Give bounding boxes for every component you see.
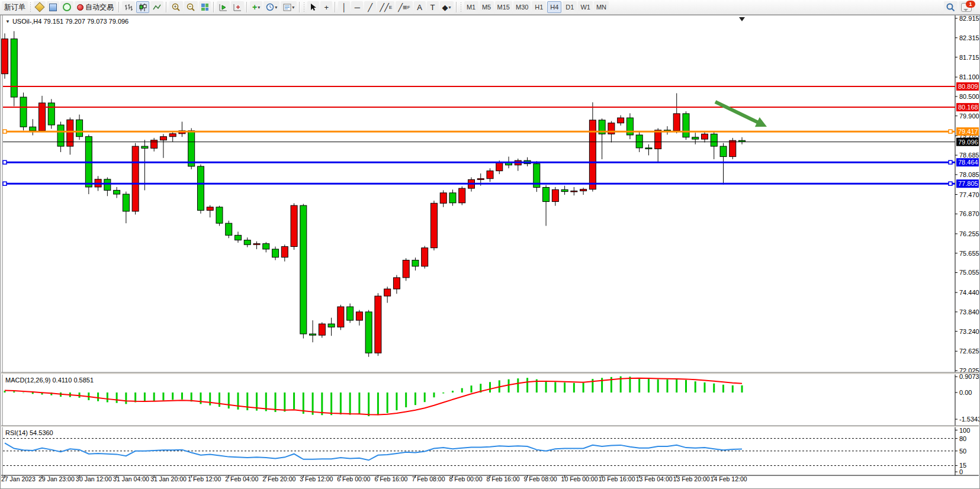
cursor-tool-button[interactable] <box>307 1 319 13</box>
chevron-down-icon: ▾ <box>292 5 294 10</box>
market-watch-button[interactable] <box>34 1 46 13</box>
candle-body <box>430 203 437 247</box>
candle-body <box>272 249 279 258</box>
candle-body <box>673 114 680 131</box>
macd-indicator-label: MACD(12,26,9) 0.4110 0.5851 <box>5 377 94 384</box>
symbol-title-text: USOil-,H4 79.151 79.207 79.073 79.096 <box>12 18 128 25</box>
candle-body <box>169 134 176 137</box>
tile-windows-button[interactable] <box>199 1 211 13</box>
line-chart-button[interactable] <box>150 1 163 13</box>
autotrading-button[interactable]: 自动交易 <box>75 1 116 13</box>
toolbar-separator <box>246 2 248 12</box>
price-badge-label: 78.464 <box>958 159 978 166</box>
line-handle[interactable] <box>949 130 952 133</box>
candle-body <box>552 189 558 201</box>
candle-body <box>487 171 493 179</box>
candle-body <box>356 312 362 320</box>
timeframe-h4-button[interactable]: H4 <box>547 1 561 13</box>
channel-tool-button[interactable]: ╱╱ E <box>377 1 394 13</box>
candle-body <box>291 205 297 246</box>
strategy-tester-button[interactable] <box>217 1 230 13</box>
candlestick-chart-button[interactable] <box>136 1 149 13</box>
timeframe-h1-button[interactable]: H1 <box>532 1 546 13</box>
cursor-icon <box>310 3 317 11</box>
symbol-dropdown-icon[interactable]: ▼ <box>5 19 10 24</box>
candle-body <box>403 260 409 278</box>
crosshair-tool-button[interactable]: + <box>320 1 332 13</box>
candle-body <box>375 296 381 353</box>
toolbar-grip <box>460 2 462 12</box>
candle-body <box>365 312 372 353</box>
price-badge-label: 77.805 <box>958 180 978 187</box>
autotrading-icon <box>77 4 83 11</box>
line-handle[interactable] <box>949 160 952 164</box>
zoom-out-button[interactable] <box>184 1 198 13</box>
candle-body <box>477 179 484 180</box>
time-tick-label: 6 Feb 00:00 <box>337 475 370 482</box>
timeframe-d1-button[interactable]: D1 <box>563 1 577 13</box>
timeframe-mn-button[interactable]: MN <box>594 1 609 13</box>
symbol-title[interactable]: ▼USOil-,H4 79.151 79.207 79.073 79.096 <box>5 18 128 25</box>
horizontal-line-tool-button[interactable]: ─ <box>351 1 363 13</box>
timeframe-m5-button[interactable]: M5 <box>480 1 494 13</box>
time-tick-label: 29 Jan 23:00 <box>38 475 75 482</box>
bar-chart-button[interactable] <box>122 1 135 13</box>
price-tick-label: 75.655 <box>959 250 979 257</box>
line-handle[interactable] <box>3 160 7 164</box>
candle-body <box>132 146 139 211</box>
label-tool-button[interactable]: T <box>427 1 439 13</box>
horizontal-line-icon: ─ <box>355 3 360 12</box>
template-icon <box>283 4 291 11</box>
price-tick-label: 79.900 <box>959 112 979 120</box>
text-tool-icon: A <box>417 3 422 12</box>
line-handle[interactable] <box>3 130 7 133</box>
zoom-out-icon <box>187 3 195 11</box>
shapes-tool-button[interactable]: ◆ ▾ <box>440 1 454 13</box>
search-button[interactable] <box>944 1 957 13</box>
fibonacci-tool-button[interactable]: ╱≡ F <box>396 1 412 13</box>
zoom-in-button[interactable] <box>169 1 183 13</box>
line-handle[interactable] <box>949 182 952 185</box>
indicators-button[interactable]: + ▾ <box>250 1 262 13</box>
time-tick-label: 10 Feb 00:00 <box>561 475 598 482</box>
navigator-button[interactable] <box>60 1 73 13</box>
navigator-icon <box>63 3 71 11</box>
timeframe-m15-button[interactable]: M15 <box>495 1 512 13</box>
notifications-button[interactable]: 1 <box>959 1 974 13</box>
candlestick-chart-icon <box>139 4 147 11</box>
main-toolbar: 新订单 自动交易 <box>0 0 980 15</box>
market-watch-icon <box>35 2 45 12</box>
candle-body <box>711 134 717 146</box>
trendline-icon: ╱ <box>368 3 372 12</box>
candle-body <box>207 207 213 210</box>
shapes-icon: ◆ <box>442 3 448 12</box>
periods-button[interactable]: ▾ <box>264 1 279 13</box>
chevron-down-icon: ▾ <box>275 5 277 10</box>
vertical-line-tool-button[interactable]: │ <box>338 1 350 13</box>
data-window-button[interactable] <box>47 1 59 13</box>
bar-chart-icon <box>124 4 133 11</box>
price-tick-label: 76.870 <box>959 210 979 217</box>
line-handle[interactable] <box>3 182 7 185</box>
timeframe-w1-button[interactable]: W1 <box>578 1 593 13</box>
candle-body <box>626 118 633 135</box>
trendline-tool-button[interactable]: ╱ <box>364 1 376 13</box>
candle-body <box>263 244 269 249</box>
candle-body <box>123 194 129 211</box>
price-tick-label: 77.470 <box>959 191 979 198</box>
candle-body <box>720 146 727 156</box>
templates-button[interactable]: ▾ <box>281 1 297 13</box>
rsi-tick-label: 100 <box>959 427 970 434</box>
time-tick-label: 8 Feb 00:00 <box>449 475 482 482</box>
new-order-button[interactable]: 新订单 <box>2 1 28 13</box>
price-badge-label: 79.417 <box>958 128 978 135</box>
candle-body <box>347 307 354 320</box>
timeframe-m30-button[interactable]: M30 <box>513 1 531 13</box>
price-tick-label: 78.085 <box>959 171 979 178</box>
text-tool-button[interactable]: A <box>414 1 426 13</box>
chart-profile-button[interactable] <box>231 1 244 13</box>
macd-tick-label: -1.5343 <box>959 416 979 423</box>
macd-signal-value: 0.5851 <box>73 377 94 384</box>
rsi-tick-label: 0 <box>959 468 963 475</box>
timeframe-m1-button[interactable]: M1 <box>464 1 478 13</box>
